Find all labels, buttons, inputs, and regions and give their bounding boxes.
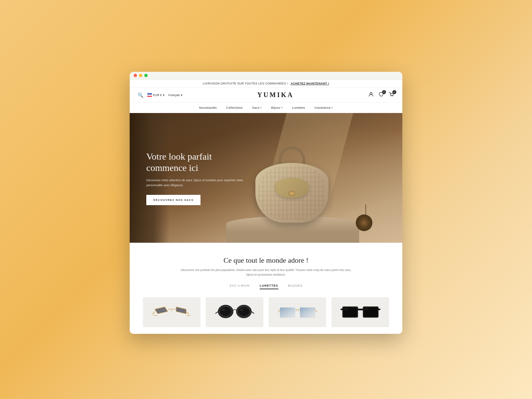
product-image-4 bbox=[332, 297, 389, 327]
product-grid bbox=[140, 297, 392, 327]
nav-item-lunettes[interactable]: Lunettes bbox=[292, 106, 305, 109]
announcement-bar: LIVRAISON GRATUITE SUR TOUTES LES COMMAN… bbox=[130, 79, 402, 88]
announcement-cta[interactable]: ACHETEZ MAINTENANT ! bbox=[291, 82, 329, 85]
tab-bagues[interactable]: BAGUES bbox=[288, 284, 303, 289]
nav-label-bijoux: Bijoux bbox=[271, 106, 281, 109]
nav-label-nouveautes: Nouveautés bbox=[199, 106, 217, 109]
svg-line-18 bbox=[251, 312, 254, 314]
language-label: Français bbox=[169, 93, 180, 97]
bag-flap bbox=[275, 178, 309, 198]
svg-line-26 bbox=[278, 310, 280, 312]
product-card-4[interactable] bbox=[332, 297, 389, 327]
nav-item-bijoux[interactable]: Bijoux ▾ bbox=[271, 106, 283, 109]
main-nav: Nouveautés Collections Sacs ▾ Bijoux ▾ L… bbox=[130, 102, 402, 113]
svg-line-17 bbox=[215, 312, 218, 314]
sunglasses-gold-angular bbox=[152, 303, 192, 321]
language-chevron-icon: ▾ bbox=[181, 93, 183, 97]
svg-line-7 bbox=[152, 312, 155, 315]
hero-content: Votre look parfait commence ici Découvre… bbox=[130, 151, 269, 205]
header-left: 🔍 EUR € ▾ Français ▾ bbox=[138, 92, 183, 98]
browser-top-bar bbox=[130, 72, 402, 79]
nav-item-assistance[interactable]: Assistance ▾ bbox=[314, 106, 333, 109]
bijoux-chevron-icon: ▾ bbox=[281, 106, 283, 109]
section-title: Ce que tout le monde adore ! bbox=[140, 256, 392, 265]
product-card-3[interactable] bbox=[269, 297, 326, 327]
category-tabs: SAC A MAIN LUNETTES BAGUES bbox=[140, 284, 392, 289]
svg-rect-22 bbox=[300, 308, 315, 318]
hero-cta-button[interactable]: DÉCOUVREZ NOS SACS bbox=[146, 195, 200, 205]
sunglasses-round-black bbox=[215, 303, 255, 321]
announcement-text: LIVRAISON GRATUITE SUR TOUTES LES COMMAN… bbox=[203, 82, 288, 85]
svg-marker-3 bbox=[155, 307, 168, 314]
section-subtitle: Découvrez nos produits les plus populair… bbox=[180, 268, 352, 277]
svg-line-27 bbox=[315, 310, 317, 312]
nav-label-sacs: Sacs bbox=[252, 106, 259, 109]
nav-label-collections: Collections bbox=[226, 106, 243, 109]
svg-rect-21 bbox=[280, 308, 295, 318]
header-right: 0 0 bbox=[368, 92, 394, 98]
svg-rect-36 bbox=[364, 308, 369, 311]
product-image-3 bbox=[269, 297, 326, 327]
svg-point-0 bbox=[370, 92, 372, 94]
svg-point-14 bbox=[220, 307, 231, 316]
nav-item-nouveautes[interactable]: Nouveautés bbox=[199, 106, 217, 109]
flag-icon bbox=[147, 93, 152, 97]
language-selector[interactable]: Français ▾ bbox=[169, 93, 183, 97]
svg-line-6 bbox=[171, 309, 172, 312]
svg-point-1 bbox=[391, 96, 391, 96]
account-icon[interactable] bbox=[368, 92, 374, 98]
assistance-chevron-icon: ▾ bbox=[332, 106, 333, 109]
svg-marker-4 bbox=[176, 307, 186, 314]
currency-label: EUR € bbox=[153, 93, 162, 97]
svg-line-25 bbox=[298, 310, 299, 312]
svg-line-24 bbox=[296, 310, 297, 312]
sacs-chevron-icon: ▾ bbox=[260, 106, 262, 109]
search-icon[interactable]: 🔍 bbox=[138, 92, 143, 98]
sunglasses-rimless-gradient bbox=[278, 303, 318, 321]
hero-title: Votre look parfait commence ici bbox=[146, 151, 253, 173]
nav-label-lunettes: Lunettes bbox=[292, 106, 305, 109]
wishlist-badge: 0 bbox=[382, 90, 386, 94]
sunglasses-square-black bbox=[340, 303, 380, 321]
svg-point-16 bbox=[238, 307, 249, 316]
maximize-button[interactable] bbox=[144, 74, 148, 77]
site-logo[interactable]: YUMIKA bbox=[257, 91, 294, 99]
tab-lunettes[interactable]: LUNETTES bbox=[260, 284, 278, 289]
tab-sac-a-main[interactable]: SAC A MAIN bbox=[229, 284, 250, 289]
header: 🔍 EUR € ▾ Français ▾ YUMIKA bbox=[130, 88, 402, 102]
hero-section: Votre look parfait commence ici Découvre… bbox=[130, 113, 402, 243]
bag-clasp bbox=[289, 191, 295, 196]
product-card-1[interactable] bbox=[143, 297, 200, 327]
product-image-1 bbox=[143, 297, 200, 327]
cart-badge: 0 bbox=[392, 90, 396, 94]
svg-rect-33 bbox=[340, 309, 343, 310]
flower-decoration bbox=[356, 204, 376, 224]
browser-window: LIVRAISON GRATUITE SUR TOUTES LES COMMAN… bbox=[130, 72, 402, 333]
nav-label-assistance: Assistance bbox=[314, 106, 331, 109]
nav-item-sacs[interactable]: Sacs ▾ bbox=[252, 106, 262, 109]
popular-section: Ce que tout le monde adore ! Découvrez n… bbox=[130, 243, 402, 333]
svg-point-2 bbox=[392, 96, 393, 96]
svg-rect-34 bbox=[377, 309, 380, 310]
svg-rect-32 bbox=[357, 309, 363, 310]
currency-selector[interactable]: EUR € ▾ bbox=[147, 93, 165, 97]
close-button[interactable] bbox=[134, 74, 137, 77]
svg-rect-35 bbox=[344, 308, 348, 311]
svg-line-8 bbox=[186, 312, 189, 315]
cart-icon[interactable]: 0 bbox=[389, 92, 394, 98]
currency-chevron-icon: ▾ bbox=[163, 93, 165, 97]
product-image-2 bbox=[206, 297, 263, 327]
flower-stem bbox=[365, 204, 366, 214]
wishlist-icon[interactable]: 0 bbox=[378, 92, 384, 98]
hero-subtitle: Découvrez notre sélection de sacs, bijou… bbox=[146, 178, 246, 188]
minimize-button[interactable] bbox=[139, 74, 142, 77]
product-card-2[interactable] bbox=[206, 297, 263, 327]
nav-item-collections[interactable]: Collections bbox=[226, 106, 243, 109]
